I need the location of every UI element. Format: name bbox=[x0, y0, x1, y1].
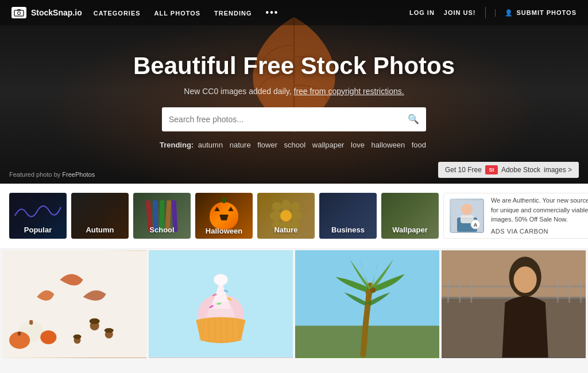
hero-title: Beautiful Free Stock Photos bbox=[133, 52, 455, 80]
nav-more[interactable]: ••• bbox=[266, 7, 279, 17]
photo-grid bbox=[0, 248, 588, 363]
nav-divider bbox=[485, 7, 486, 18]
adobe-end-text: images > bbox=[544, 166, 572, 174]
svg-point-19 bbox=[105, 328, 114, 333]
trending-row: Trending: autumn nature flower school wa… bbox=[133, 141, 455, 149]
ad-description: We are Authentic. Your new source for un… bbox=[491, 196, 588, 224]
adobe-suffix-text: Adobe Stock bbox=[501, 166, 540, 174]
svg-rect-50 bbox=[580, 279, 582, 302]
cat-halloween[interactable]: Halloween bbox=[195, 193, 253, 239]
tag-nature[interactable]: nature bbox=[230, 141, 251, 149]
tag-halloween[interactable]: halloween bbox=[372, 141, 405, 149]
cat-nature[interactable]: Nature bbox=[257, 193, 315, 239]
adobe-logo-icon: St bbox=[485, 165, 498, 174]
cat-wallpaper[interactable]: Wallpaper bbox=[381, 193, 439, 239]
photo-woman[interactable] bbox=[442, 250, 586, 358]
cat-overlay: School bbox=[133, 193, 191, 239]
ad-tile[interactable]: A We are Authentic. Your new source for … bbox=[443, 193, 588, 239]
nav-all-photos[interactable]: ALL PHOTOS bbox=[154, 10, 201, 17]
svg-point-21 bbox=[73, 335, 81, 339]
trending-label: Trending: bbox=[160, 141, 194, 149]
ad-text-content: We are Authentic. Your new source for un… bbox=[491, 196, 588, 236]
cat-overlay: Business bbox=[319, 193, 377, 239]
nav-categories[interactable]: CATEGORIES bbox=[94, 10, 141, 17]
svg-point-24 bbox=[214, 274, 227, 285]
cat-overlay: Halloween bbox=[195, 193, 253, 239]
svg-point-52 bbox=[514, 266, 537, 293]
cat-autumn-label: Autumn bbox=[86, 226, 114, 234]
cat-popular-label: Popular bbox=[24, 226, 52, 234]
nav-right: LOG IN JOIN US! 👤 SUBMIT PHOTOS bbox=[409, 7, 577, 18]
tag-autumn[interactable]: autumn bbox=[198, 141, 223, 149]
copyright-link[interactable]: free from copyright restrictions. bbox=[294, 87, 404, 96]
svg-rect-14 bbox=[18, 332, 21, 336]
cat-overlay: Wallpaper bbox=[381, 193, 439, 239]
cat-business-label: Business bbox=[331, 226, 365, 234]
svg-rect-49 bbox=[568, 279, 570, 302]
photo-col-4 bbox=[442, 250, 586, 360]
search-icon: 🔍 bbox=[408, 114, 419, 124]
cat-school-label: School bbox=[149, 226, 174, 234]
adobe-stock-button[interactable]: Get 10 Free St Adobe Stock images > bbox=[438, 162, 579, 178]
logo-text: StockSnap.io bbox=[31, 8, 82, 17]
svg-rect-2 bbox=[17, 9, 21, 11]
nav-links: CATEGORIES ALL PHOTOS TRENDING ••• bbox=[94, 7, 409, 18]
cat-business[interactable]: Business bbox=[319, 193, 377, 239]
photo-palm-svg bbox=[295, 250, 439, 358]
svg-text:A: A bbox=[473, 222, 477, 228]
tag-love[interactable]: love bbox=[351, 141, 365, 149]
search-input[interactable] bbox=[169, 115, 408, 124]
wave-icon bbox=[12, 199, 64, 222]
submit-photos-button[interactable]: 👤 SUBMIT PHOTOS bbox=[495, 9, 577, 17]
svg-point-1 bbox=[18, 12, 21, 15]
svg-rect-48 bbox=[557, 279, 559, 302]
svg-rect-45 bbox=[447, 279, 449, 302]
tag-food[interactable]: food bbox=[412, 141, 426, 149]
photo-col-1 bbox=[2, 250, 146, 360]
person-icon: 👤 bbox=[505, 9, 513, 17]
logo-icon bbox=[11, 7, 26, 18]
search-button[interactable]: 🔍 bbox=[408, 114, 419, 125]
cat-nature-label: Nature bbox=[274, 226, 297, 234]
photo-halloween-svg bbox=[2, 250, 146, 358]
svg-point-17 bbox=[90, 318, 100, 324]
login-link[interactable]: LOG IN bbox=[409, 9, 435, 16]
nav-trending[interactable]: TRENDING bbox=[214, 10, 252, 17]
cat-popular[interactable]: Popular bbox=[9, 193, 67, 239]
photo-palm[interactable] bbox=[295, 250, 439, 358]
photo-woman-svg bbox=[442, 250, 586, 358]
photo-cupcake-svg bbox=[149, 250, 293, 358]
svg-rect-12 bbox=[29, 320, 33, 325]
photo-cupcake[interactable] bbox=[149, 250, 293, 358]
cat-autumn[interactable]: Autumn bbox=[71, 193, 129, 239]
ad-via: ADS VIA CARBON bbox=[491, 227, 588, 236]
tag-school[interactable]: school bbox=[284, 141, 306, 149]
search-bar: 🔍 bbox=[162, 107, 426, 131]
cat-school[interactable]: School bbox=[133, 193, 191, 239]
adobe-cta-text: Get 10 Free bbox=[445, 166, 482, 174]
featured-credit: Featured photo by FreePhotos bbox=[9, 171, 95, 178]
main-nav: StockSnap.io CATEGORIES ALL PHOTOS TREND… bbox=[0, 0, 588, 25]
svg-point-4 bbox=[461, 204, 473, 215]
svg-point-15 bbox=[40, 331, 56, 344]
cat-overlay: Autumn bbox=[71, 193, 129, 239]
hero-subtitle: New CC0 images added daily, free from co… bbox=[133, 87, 455, 96]
photo-col-2 bbox=[149, 250, 293, 360]
join-link[interactable]: JOIN US! bbox=[444, 9, 476, 16]
hero-content: Beautiful Free Stock Photos New CC0 imag… bbox=[133, 35, 455, 149]
cat-wallpaper-label: Wallpaper bbox=[392, 226, 428, 234]
photo-col-3 bbox=[295, 250, 439, 360]
site-logo[interactable]: StockSnap.io bbox=[11, 7, 82, 18]
featured-author-link[interactable]: FreePhotos bbox=[62, 171, 95, 178]
photo-halloween-flat[interactable] bbox=[2, 250, 146, 358]
tag-wallpaper[interactable]: wallpaper bbox=[312, 141, 345, 149]
cat-halloween-label: Halloween bbox=[206, 227, 242, 235]
svg-rect-0 bbox=[14, 10, 24, 16]
tag-flower[interactable]: flower bbox=[257, 141, 277, 149]
ad-image: A bbox=[450, 199, 484, 233]
svg-rect-47 bbox=[470, 279, 472, 302]
svg-point-40 bbox=[370, 287, 376, 293]
submit-label: SUBMIT PHOTOS bbox=[517, 9, 577, 16]
categories-section: Popular Autumn School bbox=[0, 184, 588, 248]
cat-overlay: Popular bbox=[9, 193, 67, 239]
